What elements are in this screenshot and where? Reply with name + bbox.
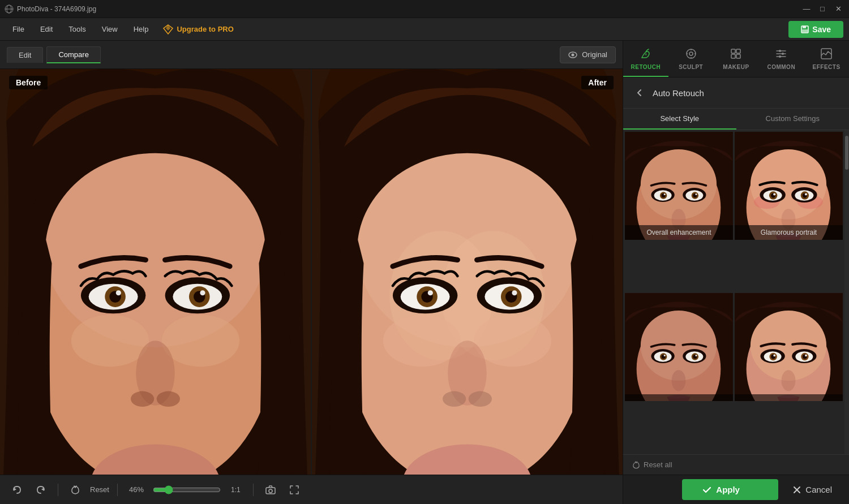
menu-file[interactable]: File [6, 23, 31, 36]
svg-point-58 [645, 53, 647, 55]
svg-point-73 [782, 53, 784, 55]
style-4[interactable] [735, 293, 843, 401]
undo-button[interactable] [8, 481, 26, 499]
tool-tabs: RETOUCH SCULPT [623, 41, 849, 77]
svg-rect-7 [802, 29, 808, 32]
svg-marker-54 [14, 488, 16, 491]
svg-point-117 [664, 355, 666, 356]
tab-common[interactable]: COMMON [758, 41, 804, 77]
style-overall-enhancement[interactable]: Overall enhancement [625, 132, 733, 240]
svg-point-13 [45, 153, 265, 347]
redo-icon [36, 485, 46, 495]
svg-rect-65 [731, 49, 735, 53]
sub-tabs: Select Style Custom Settings [623, 109, 849, 130]
style-4-label [735, 394, 843, 401]
titlebar-left: PhotoDiva - 374A6909.jpg [5, 5, 96, 14]
svg-rect-66 [736, 49, 740, 53]
menu-edit[interactable]: Edit [33, 23, 59, 36]
canvas-area: Before [0, 69, 623, 475]
reset-button[interactable] [66, 481, 84, 499]
svg-point-57 [269, 489, 272, 493]
sub-tab-custom-settings[interactable]: Custom Settings [736, 109, 850, 130]
svg-point-59 [687, 49, 696, 58]
save-icon [801, 25, 809, 33]
svg-rect-68 [736, 54, 740, 58]
maximize-button[interactable]: □ [816, 4, 829, 14]
tab-compare[interactable]: Compare [46, 46, 100, 63]
style-glamorous-portrait[interactable]: Glamorous portrait [735, 132, 843, 240]
menu-tools[interactable]: Tools [62, 23, 92, 36]
separator2 [117, 484, 118, 496]
tab-sculpt-label: SCULPT [679, 64, 703, 70]
style-3[interactable] [625, 293, 733, 401]
tab-common-label: COMMON [767, 64, 795, 70]
after-label: After [581, 76, 614, 89]
svg-marker-55 [41, 488, 44, 491]
scrollbar[interactable] [844, 130, 849, 454]
svg-rect-67 [731, 54, 735, 58]
menubar: File Edit Tools View Help Upgrade to PRO… [0, 18, 849, 41]
tab-edit[interactable]: Edit [7, 47, 43, 63]
apply-button[interactable]: Apply [682, 479, 778, 500]
fullscreen-button[interactable] [285, 481, 303, 499]
tab-makeup[interactable]: MAKEUP [714, 41, 759, 77]
reset-all-label: Reset all [644, 460, 672, 469]
cancel-button[interactable]: Cancel [784, 479, 841, 500]
effects-icon [820, 48, 833, 62]
style-grid-container: Overall enhancement [623, 130, 849, 454]
retouch-icon [640, 48, 652, 62]
upgrade-to-pro-button[interactable]: Upgrade to PRO [157, 22, 239, 37]
zoom-slider[interactable] [153, 485, 221, 494]
camera-icon [265, 485, 276, 495]
titlebar-controls: — □ ✕ [800, 4, 844, 14]
svg-point-131 [773, 355, 775, 357]
tab-retouch[interactable]: RETOUCH [623, 41, 668, 77]
style-glamorous-label: Glamorous portrait [735, 225, 843, 240]
canvas-divider [311, 69, 312, 475]
svg-point-17 [131, 391, 154, 407]
camera-icon-button[interactable] [261, 481, 280, 499]
close-button[interactable]: ✕ [832, 4, 844, 14]
svg-point-28 [200, 290, 205, 295]
svg-point-132 [805, 355, 807, 357]
panel-title: Auto Retouch [653, 88, 704, 98]
tab-sculpt[interactable]: SCULPT [668, 41, 714, 77]
svg-point-15 [162, 315, 239, 367]
makeup-icon [730, 48, 742, 62]
svg-point-104 [805, 193, 807, 195]
sculpt-icon [685, 48, 697, 62]
svg-point-119 [672, 370, 686, 391]
menu-help[interactable]: Help [127, 23, 156, 36]
reset-all-button[interactable]: Reset all [623, 454, 849, 475]
app-logo-icon [5, 5, 14, 14]
style-overall-label: Overall enhancement [625, 225, 733, 240]
sub-tab-select-style[interactable]: Select Style [623, 109, 736, 130]
after-panel: After [312, 69, 623, 475]
save-button[interactable]: Save [788, 21, 843, 38]
redo-button[interactable] [32, 481, 50, 499]
menu-view[interactable]: View [95, 23, 125, 36]
after-image [312, 69, 623, 475]
svg-point-18 [157, 391, 180, 407]
separator [58, 484, 58, 496]
svg-point-88 [695, 193, 697, 195]
zoom-value: 46% [129, 485, 144, 494]
reset-label: Reset [90, 485, 109, 494]
svg-point-41 [469, 391, 492, 407]
back-button[interactable] [632, 85, 647, 100]
minimize-button[interactable]: — [800, 4, 813, 14]
tab-effects[interactable]: EFFECTS [804, 41, 849, 77]
original-toggle-button[interactable]: Original [560, 46, 616, 63]
svg-point-133 [782, 370, 796, 391]
tab-makeup-label: MAKEUP [723, 64, 749, 70]
scrollbar-thumb[interactable] [845, 136, 848, 170]
svg-point-103 [773, 193, 775, 195]
style-3-label [625, 394, 733, 401]
common-icon [775, 48, 787, 62]
svg-point-37 [383, 315, 461, 367]
checkmark-icon [702, 485, 711, 494]
svg-rect-6 [803, 26, 806, 28]
panel-content: Auto Retouch Select Style Custom Setting… [623, 77, 849, 475]
app-title: PhotoDiva - 374A6909.jpg [17, 5, 96, 13]
svg-point-87 [664, 193, 666, 195]
